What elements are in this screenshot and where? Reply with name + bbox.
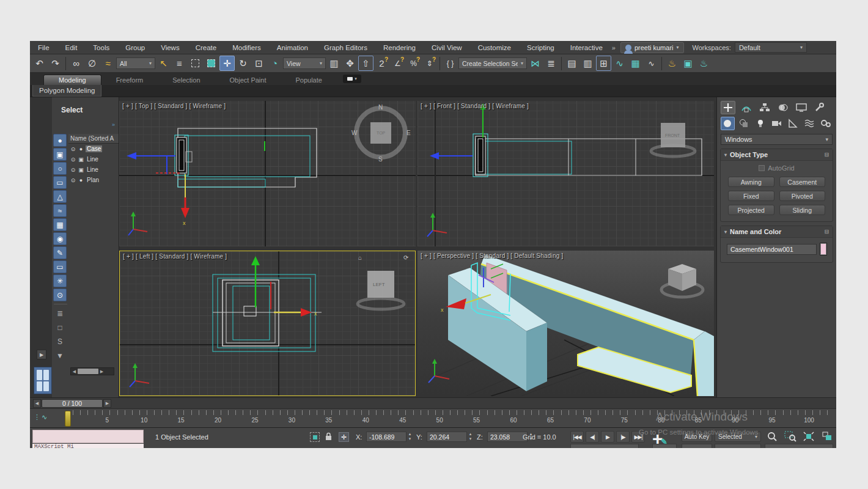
scene-object-row[interactable]: ⊙ ▣ Line (68, 164, 119, 175)
tab-modeling[interactable]: Modeling (43, 75, 101, 85)
angle-snap-icon[interactable]: ∠? (390, 56, 405, 71)
key-filter-dropdown[interactable]: Selected ▾ (715, 432, 761, 442)
snaps-toggle-icon[interactable]: 2? (374, 56, 389, 71)
percent-snap-icon[interactable]: %? (406, 56, 421, 71)
play-icon[interactable]: ▶ (601, 431, 614, 443)
object-type-rollout-header[interactable]: ▾ Object Type ⊟ (721, 149, 833, 161)
helpers-category-icon[interactable] (786, 117, 800, 130)
time-slider-handle[interactable] (65, 411, 71, 427)
select-and-link-icon[interactable]: ∞ (68, 56, 84, 71)
sliding-button[interactable]: Sliding (779, 205, 826, 215)
spinner-snap-icon[interactable]: ⇕? (422, 56, 437, 71)
timeline-ruler[interactable]: ⋮∿ 5 10 15 20 25 30 35 40 45 50 55 60 65… (30, 408, 836, 428)
tab-freeform[interactable]: Freeform (101, 75, 158, 85)
filter-geometry-icon[interactable]: ▦ (53, 218, 67, 231)
render-setup-icon[interactable]: ♨ (664, 56, 680, 71)
fixed-button[interactable]: Fixed (728, 191, 774, 201)
utilities-tab-icon[interactable] (812, 101, 827, 114)
menu-animation[interactable]: Animation (269, 44, 316, 51)
filter-shapes-icon[interactable]: ▣ (53, 148, 67, 161)
scroll-left-icon[interactable]: ◀ (71, 369, 78, 374)
select-by-name-icon[interactable]: ≡ (172, 56, 187, 71)
menu-tools[interactable]: Tools (85, 44, 117, 51)
curve-editor-icon[interactable]: ∿ (612, 56, 627, 71)
viewport-top[interactable]: [ + ] [ Top ] [ Standard ] [ Wireframe ]… (119, 101, 416, 246)
visibility-eye-icon[interactable]: ⊙ (70, 177, 76, 183)
visibility-eye-icon[interactable]: ⊙ (70, 167, 76, 173)
menu-group[interactable]: Group (117, 44, 153, 51)
filter-objects-icon[interactable]: ● (53, 134, 67, 147)
maximize-viewport-toggle-icon[interactable] (820, 430, 834, 443)
viewport-perspective-label[interactable]: [ + ] [ Perspective ] [ Standard ] [ Def… (421, 252, 563, 259)
scene-object-row[interactable]: ⊙ ▣ Line (68, 154, 119, 164)
menu-scripting[interactable]: Scripting (519, 44, 562, 51)
dope-sheet-icon[interactable]: ▦ (628, 56, 643, 71)
named-selection-dropdown[interactable]: Create Selection Se ▾ (458, 57, 527, 69)
selection-filter-dropdown[interactable]: All ▾ (116, 57, 155, 69)
y-spinner[interactable]: ▴▾ (468, 432, 473, 442)
next-frame-icon[interactable]: ▶ (103, 399, 111, 408)
modify-tab-icon[interactable] (739, 101, 754, 114)
pivoted-button[interactable]: Pivoted (779, 191, 826, 201)
select-and-place-icon[interactable]: ◔ (267, 56, 282, 71)
explorer-overflow-icon[interactable]: » (112, 122, 115, 128)
viewport-top-label[interactable]: [ + ] [ Top ] [ Standard ] [ Wireframe ] (122, 103, 226, 109)
select-and-rotate-icon[interactable]: ↻ (235, 56, 251, 71)
zoom-extents-icon[interactable] (801, 430, 816, 443)
zoom-icon[interactable] (765, 430, 779, 443)
cameras-category-icon[interactable] (770, 117, 784, 130)
previous-frame-icon[interactable]: ◀ (33, 399, 41, 408)
select-and-move-icon[interactable]: ✛ (219, 56, 235, 71)
menu-views[interactable]: Views (153, 44, 187, 51)
projected-button[interactable]: Projected (728, 205, 774, 215)
go-to-end-icon[interactable]: ▶▶| (631, 431, 645, 443)
workspace-dropdown[interactable]: Default ▾ (735, 42, 807, 53)
use-pivot-center-icon[interactable]: ▥ (326, 56, 342, 71)
spacewarps-category-icon[interactable] (803, 117, 817, 130)
visibility-eye-icon[interactable]: ⊙ (70, 146, 76, 152)
select-object-icon[interactable]: ↖ (156, 56, 171, 71)
named-selection-sets-icon[interactable]: { } (443, 56, 458, 71)
menu-overflow-chevron[interactable]: » (612, 44, 616, 51)
lights-category-icon[interactable] (754, 117, 768, 130)
casement-button[interactable]: Casement (779, 177, 826, 187)
next-key-icon[interactable]: |▶ (616, 431, 630, 443)
hierarchy-tab-icon[interactable] (757, 101, 772, 114)
filter-hidden-icon[interactable]: ⊙ (53, 289, 67, 301)
display-list-icon[interactable]: ≣ (53, 307, 67, 320)
auto-key-button[interactable]: Auto Key (682, 432, 712, 442)
filter-frozen-icon[interactable]: ✳ (53, 274, 67, 287)
autogrid-checkbox[interactable] (759, 165, 765, 171)
menu-edit[interactable]: Edit (57, 44, 86, 51)
viewport-front[interactable]: [ + ] [ Front ] [ Standard ] [ Wireframe… (417, 101, 714, 246)
polygon-modeling-panel-button[interactable]: Polygon Modeling (32, 85, 101, 97)
shapes-category-icon[interactable] (737, 117, 751, 130)
layer-explorer-toggle-icon[interactable]: ▥ (580, 56, 595, 71)
go-to-start-icon[interactable]: |◀◀ (570, 431, 584, 443)
filter-spacewarps-icon[interactable]: ≈ (53, 204, 67, 217)
maxscript-mini-listener[interactable] (32, 430, 144, 443)
x-spinner[interactable]: ▴▾ (407, 432, 413, 442)
menu-modifiers[interactable]: Modifiers (224, 44, 269, 51)
select-and-scale-icon[interactable]: ⊡ (251, 56, 267, 71)
x-coord-field[interactable] (366, 432, 406, 442)
menu-file[interactable]: File (30, 44, 57, 51)
filter-funnel-icon[interactable]: ▼ (53, 349, 67, 362)
menu-customize[interactable]: Customize (470, 44, 519, 51)
scrollbar-thumb[interactable] (78, 369, 98, 374)
filter-bones-icon[interactable]: ◉ (53, 232, 67, 245)
menu-interactive[interactable]: Interactive (562, 44, 611, 51)
selection-lock-icon[interactable] (325, 432, 333, 443)
filter-lights-icon[interactable]: ○ (53, 162, 67, 175)
create-tab-icon[interactable] (721, 101, 735, 114)
rollout-pin-icon[interactable]: ⊟ (824, 229, 829, 235)
viewport-left[interactable]: [ + ] [ Left ] [ Standard ] [ Wireframe … (119, 251, 416, 396)
redo-icon[interactable]: ↷ (48, 56, 63, 71)
window-crossing-icon[interactable] (204, 56, 219, 71)
menu-civil-view[interactable]: Civil View (424, 44, 470, 51)
viewport-layout-tab-icon[interactable] (34, 367, 52, 394)
explorer-column-header[interactable]: Name (Sorted A (68, 134, 119, 144)
filter-helpers-icon[interactable]: △ (53, 190, 67, 203)
mirror-icon[interactable]: ⋈ (528, 56, 543, 71)
keyboard-override-icon[interactable]: ⇧ (358, 56, 373, 71)
